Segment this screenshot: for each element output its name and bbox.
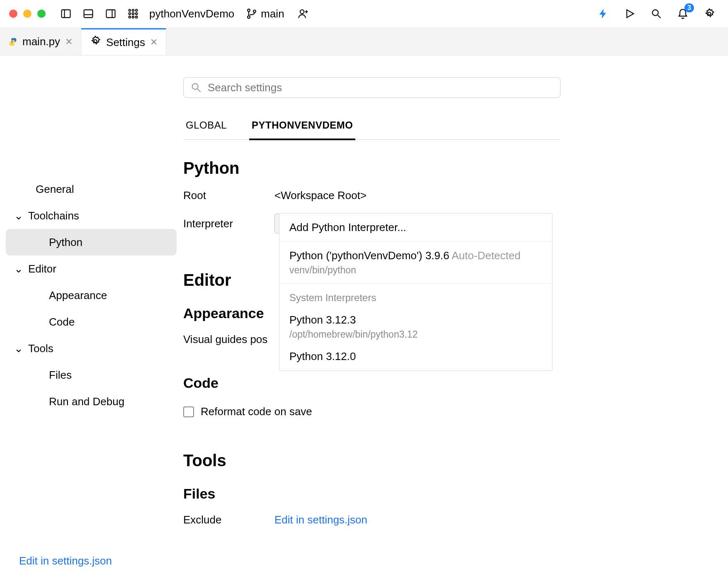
sidebar-item-python[interactable]: Python <box>6 229 177 256</box>
svg-point-14 <box>136 16 138 18</box>
svg-point-10 <box>132 13 134 15</box>
editor-tabstrip: main.py ✕ Settings ✕ <box>0 28 728 56</box>
section-files-heading: Files <box>183 486 561 502</box>
sidebar-item-appearance[interactable]: Appearance <box>6 282 177 309</box>
reformat-on-save-checkbox[interactable] <box>183 406 194 417</box>
dd-system-1-path: /opt/homebrew/bin/python3.12 <box>289 329 542 340</box>
apps-grid-icon[interactable] <box>124 5 142 22</box>
visual-guides-label: Visual guides pos <box>183 333 267 346</box>
search-settings[interactable] <box>183 77 561 98</box>
edit-settings-json-link[interactable]: Edit in settings.json <box>19 555 177 567</box>
panel-right-icon[interactable] <box>102 5 119 22</box>
svg-point-9 <box>129 13 131 15</box>
sidebar-item-rundebug[interactable]: Run and Debug <box>6 388 177 415</box>
python-root-value: <Workspace Root> <box>274 189 561 202</box>
svg-rect-0 <box>62 10 70 18</box>
svg-point-12 <box>129 16 131 18</box>
window-zoom-dot[interactable] <box>37 10 46 18</box>
titlebar: pythonVenvDemo main 3 <box>0 0 728 28</box>
panel-left-icon[interactable] <box>57 5 75 22</box>
notifications-icon[interactable]: 3 <box>674 5 692 22</box>
tab-file[interactable]: main.py ✕ <box>0 28 81 55</box>
interpreter-dropdown: Add Python Interpreter... Python ('pytho… <box>279 213 553 371</box>
dd-system-header: System Interpreters <box>279 284 552 306</box>
sidebar-item-general[interactable]: General <box>6 176 177 202</box>
svg-point-21 <box>653 10 658 16</box>
svg-point-11 <box>136 13 138 15</box>
sidebar-item-editor[interactable]: ⌄ Editor <box>6 256 177 282</box>
svg-point-17 <box>253 10 256 12</box>
tab-file-label: main.py <box>22 35 60 48</box>
svg-point-8 <box>136 10 138 12</box>
svg-point-7 <box>132 10 134 12</box>
svg-point-13 <box>132 16 134 18</box>
run-icon[interactable] <box>621 5 638 22</box>
settings-gear-icon[interactable] <box>701 5 718 22</box>
window-minimize-dot[interactable] <box>23 10 32 18</box>
dd-detected-interpreter[interactable]: Python ('pythonVenvDemo') 3.9.6 Auto-Det… <box>279 242 552 284</box>
window-close-dot[interactable] <box>9 10 17 18</box>
svg-point-15 <box>248 9 250 12</box>
section-python-heading: Python <box>183 159 561 178</box>
exclude-label: Exclude <box>183 513 274 526</box>
svg-point-6 <box>129 10 131 12</box>
dd-system-interpreter-1[interactable]: Python 3.12.3 /opt/homebrew/bin/python3.… <box>279 306 552 348</box>
settings-tab-icon <box>90 35 101 50</box>
search-settings-input[interactable] <box>208 81 553 94</box>
section-tools-heading: Tools <box>183 451 561 470</box>
sidebar-item-tools[interactable]: ⌄ Tools <box>6 335 177 362</box>
dd-add-interpreter[interactable]: Add Python Interpreter... <box>279 214 552 242</box>
tab-file-close-icon[interactable]: ✕ <box>65 36 73 47</box>
svg-line-26 <box>198 89 201 92</box>
scope-tabs: GLOBAL PYTHONVENVDEMO <box>183 114 561 140</box>
scope-tab-project[interactable]: PYTHONVENVDEMO <box>249 114 355 140</box>
ai-bolt-icon[interactable] <box>595 5 612 22</box>
svg-rect-4 <box>107 10 115 18</box>
svg-point-18 <box>300 10 304 14</box>
exclude-edit-link[interactable]: Edit in settings.json <box>274 513 367 526</box>
titlebar-right: 3 <box>595 5 722 22</box>
svg-point-16 <box>248 16 250 18</box>
dd-detected-path: venv/bin/python <box>289 265 542 276</box>
python-file-icon <box>8 37 17 46</box>
project-name[interactable]: pythonVenvDemo <box>149 7 234 20</box>
svg-line-22 <box>658 15 661 18</box>
scope-tab-global[interactable]: GLOBAL <box>183 114 229 139</box>
section-code-heading: Code <box>183 375 561 391</box>
search-icon[interactable] <box>648 5 665 22</box>
notifications-badge: 3 <box>684 3 694 12</box>
git-branch[interactable]: main <box>246 7 284 20</box>
tab-settings-close-icon[interactable]: ✕ <box>150 37 158 48</box>
python-interpreter-label: Interpreter <box>183 217 274 230</box>
svg-rect-2 <box>84 10 93 18</box>
window-controls <box>9 10 46 18</box>
chevron-down-icon: ⌄ <box>13 342 24 355</box>
reformat-on-save-label: Reformat code on save <box>201 405 312 418</box>
reformat-on-save-row[interactable]: Reformat code on save <box>183 405 561 418</box>
branch-name: main <box>261 7 284 20</box>
settings-sidebar: General ⌄ Toolchains Python ⌄ Editor App… <box>0 56 182 584</box>
chevron-down-icon: ⌄ <box>13 263 24 275</box>
dd-system-interpreter-2[interactable]: Python 3.12.0 <box>279 348 552 370</box>
sidebar-item-code[interactable]: Code <box>6 309 177 335</box>
python-root-label: Root <box>183 189 274 202</box>
add-collaborator-icon[interactable] <box>294 5 312 22</box>
chevron-down-icon: ⌄ <box>13 209 24 222</box>
svg-point-25 <box>192 84 198 90</box>
sidebar-item-toolchains[interactable]: ⌄ Toolchains <box>6 202 177 229</box>
tab-settings-label: Settings <box>106 36 145 49</box>
sidebar-item-files[interactable]: Files <box>6 362 177 388</box>
settings-main: GLOBAL PYTHONVENVDEMO Python Root <Works… <box>182 56 728 584</box>
dd-auto-detected-badge: Auto-Detected <box>452 249 521 262</box>
panel-bottom-icon[interactable] <box>80 5 97 22</box>
tab-settings[interactable]: Settings ✕ <box>81 28 166 55</box>
